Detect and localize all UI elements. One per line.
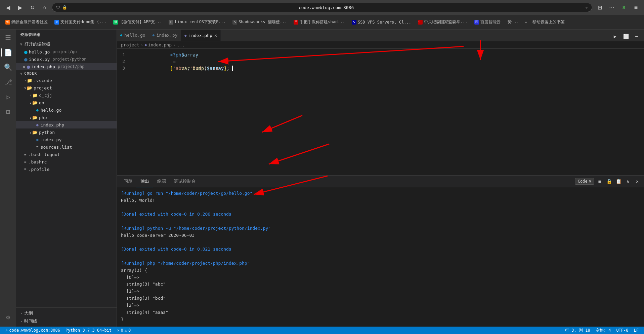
code-editor[interactable]: 1 <?php 2 $array = ['abc','bcd',"aaaa"]; xyxy=(117,49,644,175)
close-icon-php[interactable]: ✕ xyxy=(23,64,26,69)
code-selector[interactable]: Code ∨ xyxy=(575,178,594,185)
panel-tab-debug-console[interactable]: 调试控制台 xyxy=(170,176,200,187)
status-errors[interactable]: ✕ 0 ⚠ 0 xyxy=(114,327,133,334)
paren-open: ( xyxy=(204,66,207,71)
status-spaces[interactable]: 空格: 4 xyxy=(593,327,614,334)
split-editor-button[interactable]: ⬜ xyxy=(621,32,631,41)
sources-list-label: sources.list xyxy=(41,145,72,150)
activity-icon-extensions[interactable]: ⊞ xyxy=(1,105,15,118)
alipay-favicon: 支 xyxy=(54,20,59,25)
home-button[interactable]: ⌂ xyxy=(40,3,49,12)
status-eol-text: LF xyxy=(634,328,639,333)
panel-tab-problems[interactable]: 问题 xyxy=(120,176,136,187)
bookmark-mobile[interactable]: 移动设备上的书签 xyxy=(530,18,567,26)
browser-menu-button[interactable]: ≡ xyxy=(631,3,641,12)
bookmark-ss[interactable]: S Shadowsocks 翻墙使... xyxy=(230,18,290,26)
open-file-index-py[interactable]: ● index.py project/python xyxy=(16,55,117,63)
panel-tab-output[interactable]: 输出 xyxy=(136,176,153,187)
panel-clear-btn[interactable]: ≡ xyxy=(596,177,604,185)
tree-item-vscode[interactable]: › 📁 .vscode xyxy=(16,77,117,84)
forward-button[interactable]: ▶ xyxy=(15,3,25,12)
sidebar-title: 资源管理器 xyxy=(20,33,40,37)
bookmark-linux[interactable]: L Linux centOS下安装F... xyxy=(166,18,228,26)
tree-item-hello-go[interactable]: ● hello.go xyxy=(16,106,117,114)
activity-icon-scm[interactable]: ⎇ xyxy=(1,75,15,89)
more-actions-button[interactable]: ⋯ xyxy=(632,32,641,41)
panel-close-btn[interactable]: ✕ xyxy=(633,177,641,185)
refresh-button[interactable]: ↻ xyxy=(28,3,37,12)
outline-section[interactable]: › 大纲 xyxy=(16,309,117,317)
bookmark-baidu[interactable]: 百 百度智能云 - 势... xyxy=(472,18,522,26)
breadcrumb-ellipsis[interactable]: ... xyxy=(177,42,185,47)
output-line-4: [Done] exited with code=0 in 0.206 secon… xyxy=(121,211,640,218)
panel-collapse-btn[interactable]: ∧ xyxy=(624,177,632,185)
open-file-hello-go[interactable]: ● hello.go project/go xyxy=(16,48,117,55)
php-chevron: ∨ xyxy=(30,116,32,119)
selector-chevron: ∨ xyxy=(589,179,591,184)
bookmark-ant[interactable]: 蚂 蚂蚁金服开发者社区 xyxy=(3,18,50,26)
breadcrumb: project › ● index.php › ... xyxy=(117,41,644,49)
profile-button[interactable]: S xyxy=(619,3,629,12)
output-line-5 xyxy=(121,218,640,225)
output-line-9: [Done] exited with code=0 in 0.021 secon… xyxy=(121,246,640,253)
panel-copy-btn[interactable]: 📋 xyxy=(614,177,622,185)
tree-item-bashrc[interactable]: ≡ .bashrc xyxy=(16,158,117,165)
tree-item-index-php[interactable]: ● index.php xyxy=(16,121,117,128)
activity-icon-explorer[interactable]: 📄 xyxy=(1,46,15,59)
line-number-3: 3 xyxy=(117,65,130,72)
address-bar[interactable]: 🛡 🔒 code.wnwblog.com:8086 ☆ xyxy=(52,3,592,12)
breadcrumb-php[interactable]: index.php xyxy=(148,42,172,47)
bookmark-shad[interactable]: 手 手把手教你搭建shad... xyxy=(291,18,348,26)
more-button[interactable]: ⋯ xyxy=(607,3,616,12)
go-file-icon: ● xyxy=(24,49,28,55)
back-button[interactable]: ◀ xyxy=(3,3,13,12)
panel-tab-terminal[interactable]: 终端 xyxy=(153,176,170,187)
ss-favicon: S xyxy=(232,20,237,25)
text-cursor xyxy=(229,66,233,71)
tab-index-php[interactable]: ● index.php ✕ xyxy=(181,30,221,41)
bookmark-alipay[interactable]: 支 支付宝支付demo集 (... xyxy=(52,18,109,26)
activity-icon-search[interactable]: 🔍 xyxy=(1,61,15,74)
activity-icon-menu[interactable]: ☰ xyxy=(1,31,15,44)
open-file-index-php[interactable]: ✕ ● index.php project/php xyxy=(16,63,117,70)
tab-index-py[interactable]: ● index.py xyxy=(149,30,181,41)
tree-item-sources-list[interactable]: ≡ sources.list xyxy=(16,143,117,151)
tree-item-python[interactable]: ∨ 📂 python xyxy=(16,128,117,136)
tree-item-project[interactable]: ∨ 📂 project xyxy=(16,84,117,91)
bookmark-wechat[interactable]: 微 【微信支付】APP支... xyxy=(111,18,165,26)
panel-lock-btn[interactable]: 🔒 xyxy=(605,177,613,185)
status-encoding[interactable]: UTF-8 xyxy=(613,327,631,334)
tree-item-bash-logout[interactable]: ≡ .bash_logout xyxy=(16,151,117,158)
tab-close-php[interactable]: ✕ xyxy=(214,33,217,38)
tree-item-php[interactable]: ∨ 📂 php xyxy=(16,114,117,121)
status-eol[interactable]: LF xyxy=(631,327,641,334)
tree-item-index-py[interactable]: ● index.py xyxy=(16,136,117,143)
run-button[interactable]: ▶ xyxy=(610,32,620,41)
tree-item-profile[interactable]: ≡ .profile xyxy=(16,165,117,173)
breadcrumb-project[interactable]: project xyxy=(121,42,139,47)
timeline-section[interactable]: › 时间线 xyxy=(16,317,117,325)
tab-hello-go[interactable]: ● hello.go xyxy=(117,30,149,41)
status-position[interactable]: 行 3, 列 18 xyxy=(562,327,593,334)
open-editors-section[interactable]: ∨ 打开的编辑器 xyxy=(16,40,117,48)
status-python[interactable]: Python 3.7.3 64-bit xyxy=(63,327,114,334)
bookmark-bar: 蚂 蚂蚁金服开发者社区 支 支付宝支付demo集 (... 微 【微信支付】AP… xyxy=(0,15,644,30)
tree-item-ccjj[interactable]: › 📁 c_cjj xyxy=(16,91,117,99)
bookmark-ssd[interactable]: S SSD VPS Servers, Cl... xyxy=(349,19,414,26)
tree-item-go[interactable]: ∨ 📂 go xyxy=(16,99,117,106)
activity-icon-settings[interactable]: ⚙ xyxy=(1,310,15,324)
open-file-php-name: index.php xyxy=(31,64,55,69)
bashrc-icon: ≡ xyxy=(24,160,27,164)
vardump-fn: var_dump xyxy=(181,66,204,71)
tab-php-label: index.php xyxy=(188,33,212,38)
bookmark-cen[interactable]: 中 中央纪委国家监委举... xyxy=(415,18,470,26)
more-bookmarks-icon[interactable]: » xyxy=(523,20,528,25)
star-icon[interactable]: ☆ xyxy=(585,5,588,10)
paren-close: ) xyxy=(224,66,226,71)
workspace-section[interactable]: ∨ CODER xyxy=(16,70,117,77)
activity-icon-debug[interactable]: ▷ xyxy=(1,90,15,104)
status-remote[interactable]: ⚡ code.wnwblog.com:8086 xyxy=(3,327,63,334)
code-selector-label: Code xyxy=(578,179,588,184)
extensions-button[interactable]: ⊞ xyxy=(595,3,604,12)
workspace-chevron: ∨ xyxy=(20,72,22,75)
